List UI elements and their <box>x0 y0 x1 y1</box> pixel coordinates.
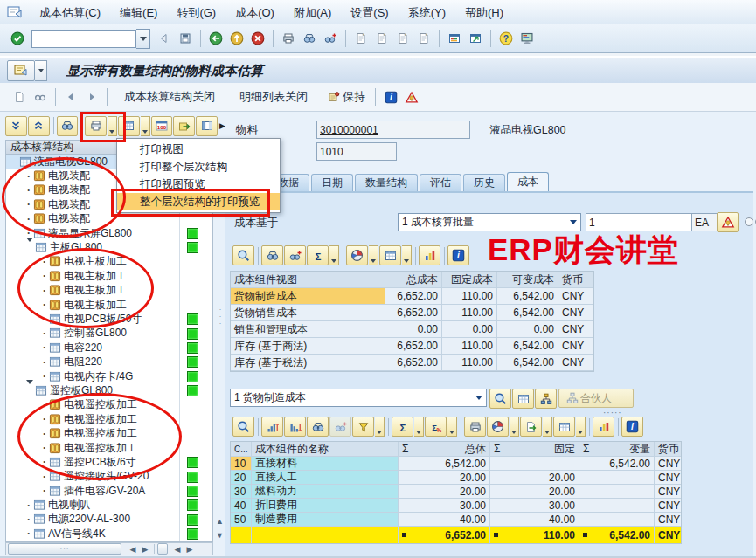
tab-数量结构[interactable]: 数量结构 <box>355 174 418 191</box>
collapse-all-icon[interactable] <box>28 116 50 136</box>
table-row[interactable]: 10直接材料6,542.006,542.00CNY <box>231 457 681 471</box>
it-filter-icon[interactable] <box>352 417 374 437</box>
it-print-icon[interactable] <box>464 417 486 437</box>
cost-view-select[interactable]: 1 货物制造成本 <box>230 389 487 407</box>
tree-item[interactable]: ·电视主板加工 <box>6 284 212 298</box>
column-settings-icon[interactable] <box>118 116 140 136</box>
menubar-item[interactable]: 成本估算(C) <box>30 1 110 24</box>
tab-历史[interactable]: 历史 <box>463 174 505 191</box>
display-change-icon[interactable] <box>31 87 50 107</box>
column-header[interactable]: 货币 <box>558 272 593 288</box>
tree-item[interactable]: ·电视遥控板加工 <box>6 426 212 440</box>
table-row[interactable]: 50制造费用40.0040.00CNY <box>231 513 681 527</box>
tree-item[interactable]: ·遥控接收头/GV-20 <box>6 470 212 484</box>
cv-info-icon[interactable]: i <box>447 245 469 265</box>
column-header[interactable]: Σ变量 <box>579 442 655 457</box>
tree-item[interactable]: ·电视遥控板加工 <box>6 441 212 455</box>
menubar-item[interactable]: 编辑(E) <box>110 1 167 24</box>
column-header[interactable]: Σ总体 <box>399 442 490 457</box>
vs-hierarchy-icon[interactable] <box>535 389 557 409</box>
it-magnify-icon[interactable] <box>232 417 254 437</box>
tree-item[interactable]: ·电源220V-AL-300 <box>6 513 212 527</box>
menubar-item[interactable]: 附加(A) <box>284 1 341 24</box>
it-sum-icon[interactable]: Σ <box>392 417 413 437</box>
help-icon[interactable]: ? <box>496 29 516 48</box>
menubar-item[interactable]: 转到(G) <box>167 1 225 24</box>
print-menu-item[interactable]: 整个层次结构的打印预览 <box>117 193 280 210</box>
table-row[interactable]: 库存 (基于税法)6,652.00110.006,542.00CNY <box>231 355 593 371</box>
cancel-icon[interactable] <box>248 29 267 48</box>
cv-find-next-icon[interactable] <box>284 245 306 265</box>
it-sort-desc-icon[interactable] <box>284 417 306 437</box>
table-row[interactable]: 销售和管理成本0.000.000.00CNY <box>231 321 593 338</box>
tree-find-icon[interactable] <box>57 116 79 136</box>
enter-check-icon[interactable] <box>8 29 27 48</box>
tree-item[interactable]: ·遥控PCB板/6寸 <box>6 455 212 469</box>
shortcut-icon[interactable] <box>466 29 485 48</box>
print-menu-item[interactable]: 打印整个层次结构 <box>117 158 280 176</box>
column-header[interactable]: 固定成本 <box>442 272 497 288</box>
previous-icon[interactable] <box>61 87 80 107</box>
cost-messages-alarm-icon[interactable] <box>717 212 739 232</box>
it-export-dropdown-icon[interactable] <box>543 417 552 437</box>
tree-item[interactable]: ·AV信号线4K <box>6 527 212 541</box>
first-page-icon[interactable] <box>351 29 371 48</box>
tree-print-icon[interactable] <box>85 116 107 136</box>
info-icon[interactable]: i <box>381 87 400 107</box>
tree-horizontal-scrollbar[interactable]: ··· ◀ ▶ ◀ ▶ <box>5 542 213 555</box>
table-row[interactable]: 30燃料动力20.0020.00CNY <box>231 485 681 499</box>
tree-scroll-thumb[interactable]: ··· <box>8 543 121 555</box>
exit-icon[interactable] <box>227 29 246 48</box>
it-layout-icon[interactable] <box>553 417 575 437</box>
it-subtotal-dropdown-icon[interactable] <box>447 417 457 437</box>
it-subtotal-icon[interactable]: Σ% <box>425 417 447 437</box>
it-export-icon[interactable] <box>520 417 542 437</box>
back-icon[interactable] <box>206 29 225 48</box>
save-icon[interactable] <box>176 29 195 48</box>
column-header[interactable]: 成本组件视图 <box>231 272 385 288</box>
choose-layout-icon[interactable] <box>196 116 218 136</box>
next-page-icon[interactable] <box>393 29 413 48</box>
hold-button[interactable]: 保持 <box>325 87 365 107</box>
cv-find-icon[interactable] <box>261 245 283 265</box>
splitter-handle[interactable]: ····· <box>217 307 224 325</box>
tree-item[interactable]: ·插件电容/GV-20A <box>6 484 212 498</box>
tree-item[interactable]: ·控制器GL800 <box>6 327 212 341</box>
it-find-icon[interactable] <box>307 417 329 437</box>
customize-layout-icon[interactable] <box>517 29 537 48</box>
menubar-item[interactable]: 成本(O) <box>225 1 284 24</box>
column-header[interactable]: 成本组件的名称 <box>252 442 399 457</box>
table-row[interactable]: 20直接人工20.0020.00CNY <box>231 471 681 485</box>
tree-item[interactable]: ·电视喇叭 <box>6 498 212 512</box>
find-next-icon[interactable] <box>321 29 340 48</box>
tree-item[interactable]: ·电容220 <box>6 341 212 355</box>
detail-magnify-icon[interactable] <box>232 245 254 265</box>
cv-layout-dropdown-icon[interactable] <box>402 245 412 265</box>
cv-pie-dropdown-icon[interactable] <box>369 245 378 265</box>
tree-item[interactable]: ·电视主板加工 <box>6 298 212 312</box>
vs-layout-icon[interactable] <box>512 389 534 409</box>
column-header[interactable]: 总成本 <box>385 272 442 288</box>
screen-menu-dropdown-icon[interactable] <box>35 60 47 81</box>
system-session-icon[interactable] <box>7 5 23 19</box>
print-menu-item[interactable]: 打印视图 <box>117 141 280 158</box>
export-icon[interactable] <box>173 116 195 136</box>
menubar-item[interactable]: 帮助(H) <box>455 1 513 24</box>
cv-pie-chart-icon[interactable] <box>346 245 368 265</box>
it-sort-asc-icon[interactable] <box>261 417 283 437</box>
column-header[interactable]: C... <box>231 442 252 457</box>
tree-expander-icon[interactable] <box>25 384 34 396</box>
tree-col2-scroll-left-icon[interactable]: ◀ <box>171 543 184 555</box>
it-pie-chart-icon[interactable] <box>487 417 509 437</box>
cv-sum-icon[interactable]: Σ <box>307 245 329 265</box>
new-session-icon[interactable] <box>445 29 464 48</box>
tab-日期[interactable]: 日期 <box>311 174 353 191</box>
lot-size-input[interactable] <box>586 213 692 231</box>
next-icon[interactable] <box>82 87 101 107</box>
it-filter-dropdown-icon[interactable] <box>375 417 385 437</box>
table-row[interactable]: 货物制造成本6,652.00110.006,542.00CNY <box>231 288 593 305</box>
tree-item[interactable]: 遥控板GL800 <box>6 383 212 397</box>
menubar-item[interactable]: 设置(S) <box>341 1 398 24</box>
costs-based-on-select[interactable]: 1 成本核算批量 <box>398 213 581 231</box>
tree-col2-scroll-right-icon[interactable]: ▶ <box>184 543 196 555</box>
